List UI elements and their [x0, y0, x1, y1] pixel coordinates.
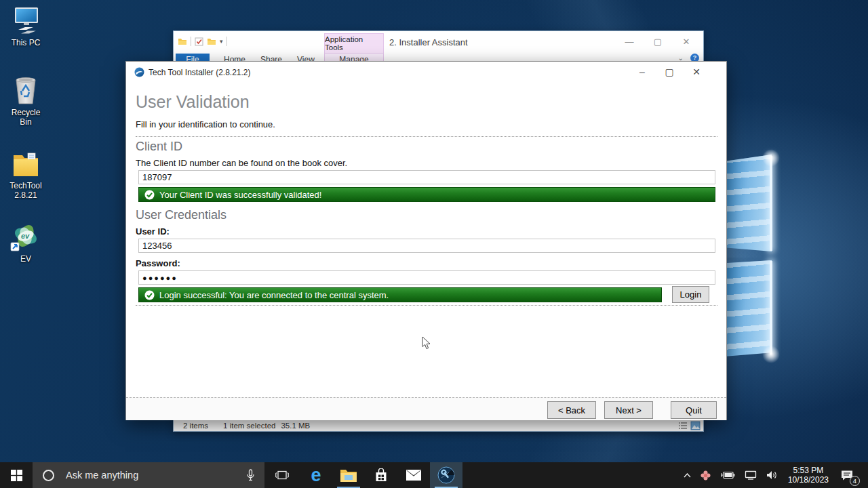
- details-view-icon[interactable]: [678, 421, 688, 430]
- client-id-validation-banner: Your Client ID was successfully validate…: [138, 187, 715, 202]
- quick-access-toolbar: ▾: [178, 37, 227, 46]
- clock-date: 10/18/2023: [788, 475, 829, 485]
- toolbar-divider: [226, 37, 227, 46]
- desktop-icon-label: 2.8.21: [5, 190, 47, 200]
- taskbar-clock[interactable]: 5:53 PM 10/18/2023: [788, 466, 829, 485]
- task-view-button[interactable]: [264, 462, 300, 488]
- file-explorer-icon: [340, 468, 357, 483]
- search-placeholder: Ask me anything: [66, 470, 246, 481]
- recycle-bin-icon: [12, 75, 40, 106]
- ev-logo-icon: ev: [10, 221, 41, 252]
- ribbon-collapse-icon[interactable]: ⌄: [678, 54, 684, 62]
- explorer-window-controls: — ▢ ✕: [615, 33, 701, 50]
- minimize-icon[interactable]: –: [629, 62, 656, 82]
- credentials-section-title: User Credentials: [136, 208, 226, 222]
- user-id-input[interactable]: [138, 239, 715, 253]
- login-button[interactable]: Login: [672, 286, 709, 303]
- store-icon: [374, 468, 388, 483]
- action-center-button[interactable]: 4: [837, 466, 857, 485]
- this-pc-icon: [10, 6, 41, 36]
- battery-icon[interactable]: [720, 471, 735, 479]
- dialog-window-controls: – ▢ ✕: [629, 62, 710, 82]
- desktop-icon-recycle-bin[interactable]: Recycle Bin: [5, 75, 47, 127]
- close-icon[interactable]: ✕: [672, 33, 701, 50]
- client-id-validation-message: Your Client ID was successfully validate…: [159, 190, 321, 200]
- dialog-title: Tech Tool Installer (2.8.21.2): [149, 68, 251, 77]
- desktop-icon-label: TechTool: [5, 181, 47, 190]
- taskbar-store-button[interactable]: [365, 462, 397, 488]
- microphone-icon[interactable]: [246, 469, 255, 482]
- desktop-icon-label: This PC: [5, 38, 47, 47]
- quit-button[interactable]: Quit: [671, 401, 717, 419]
- taskbar-edge-button[interactable]: e: [300, 462, 332, 488]
- page-title: User Validation: [136, 92, 250, 112]
- desktop-icon-techtool-folder[interactable]: TechTool 2.8.21: [5, 149, 47, 200]
- password-label: Password:: [136, 258, 180, 268]
- status-selected-size: 35.1 MB: [281, 422, 310, 430]
- wallpaper-window-edge: [770, 156, 772, 251]
- customize-toolbar-dropdown-icon[interactable]: ▾: [220, 38, 223, 45]
- folder-icon: [10, 149, 41, 179]
- taskbar-techtool-button[interactable]: [430, 462, 462, 488]
- back-button[interactable]: < Back: [547, 401, 596, 419]
- user-id-label: User ID:: [136, 226, 170, 237]
- password-input[interactable]: [138, 270, 715, 285]
- client-id-input[interactable]: [138, 170, 715, 184]
- next-button[interactable]: Next >: [604, 401, 653, 419]
- taskbar: Ask me anything e: [0, 462, 868, 488]
- window-folder-icon: [178, 37, 187, 45]
- thumbnail-view-icon[interactable]: [690, 421, 701, 430]
- explorer-status-bar: 2 items 1 item selected 35.1 MB: [174, 420, 703, 431]
- wallpaper-window-pane-top: [724, 155, 772, 251]
- view-switcher: [678, 421, 701, 430]
- system-tray: 5:53 PM 10/18/2023 4: [679, 462, 868, 488]
- cortana-icon: [43, 470, 54, 481]
- wallpaper-glow: [762, 149, 780, 167]
- properties-checkbox-icon[interactable]: [195, 37, 203, 46]
- tech-tool-installer-dialog: Tech Tool Installer (2.8.21.2) – ▢ ✕ Use…: [125, 61, 727, 420]
- login-status-message: Login successful: You are connected to t…: [159, 290, 389, 300]
- close-icon[interactable]: ✕: [683, 62, 710, 82]
- tray-expand-chevron-icon[interactable]: [684, 473, 691, 478]
- cortana-search-box[interactable]: Ask me anything: [33, 462, 264, 488]
- task-view-icon: [275, 470, 289, 481]
- client-id-hint: The Client ID number can be found on the…: [136, 158, 347, 168]
- separator: [136, 305, 717, 306]
- edge-icon: e: [311, 466, 321, 485]
- wallpaper-glow: [762, 346, 780, 363]
- toolbar-divider: [191, 37, 191, 46]
- wallpaper-window-edge: [770, 261, 772, 354]
- dialog-titlebar[interactable]: Tech Tool Installer (2.8.21.2) – ▢ ✕: [126, 62, 726, 83]
- taskbar-file-explorer-button[interactable]: [332, 462, 365, 488]
- client-id-section-title: Client ID: [136, 140, 182, 154]
- techtool-app-icon: [437, 466, 455, 484]
- minimize-icon[interactable]: —: [615, 33, 644, 50]
- tray-ev-flower-icon[interactable]: [701, 470, 711, 481]
- desktop-icon-ev[interactable]: ev EV: [5, 221, 47, 264]
- start-button[interactable]: [0, 462, 33, 488]
- mail-icon: [406, 469, 422, 481]
- taskbar-mail-button[interactable]: [397, 462, 430, 488]
- network-icon[interactable]: [745, 470, 757, 480]
- wallpaper-window-pane-bottom: [724, 260, 772, 357]
- explorer-titlebar[interactable]: ▾ Application Tools 2. Installer Assista…: [174, 31, 703, 54]
- speaker-icon[interactable]: [766, 470, 778, 480]
- tech-tool-app-icon: [134, 67, 144, 77]
- desktop-icon-this-pc[interactable]: This PC: [5, 6, 47, 47]
- svg-text:ev: ev: [21, 232, 30, 240]
- success-check-icon: [144, 190, 155, 200]
- contextual-tab-application-tools[interactable]: Application Tools: [324, 33, 384, 54]
- login-status-banner: Login successful: You are connected to t…: [138, 287, 662, 302]
- status-selected-count: 1 item selected: [223, 422, 275, 430]
- status-item-count: 2 items: [183, 422, 208, 430]
- clock-time: 5:53 PM: [793, 466, 824, 475]
- windows-logo-icon: [11, 470, 22, 481]
- desktop-icon-label: Recycle Bin: [5, 108, 47, 127]
- notification-count-badge: 4: [850, 476, 860, 486]
- separator: [136, 136, 717, 137]
- new-folder-icon[interactable]: [207, 37, 216, 45]
- explorer-window-title: 2. Installer Assistant: [389, 37, 468, 47]
- maximize-icon[interactable]: ▢: [644, 33, 672, 50]
- maximize-icon[interactable]: ▢: [656, 62, 683, 82]
- page-subtitle: Fill in your identification to continue.: [136, 119, 275, 129]
